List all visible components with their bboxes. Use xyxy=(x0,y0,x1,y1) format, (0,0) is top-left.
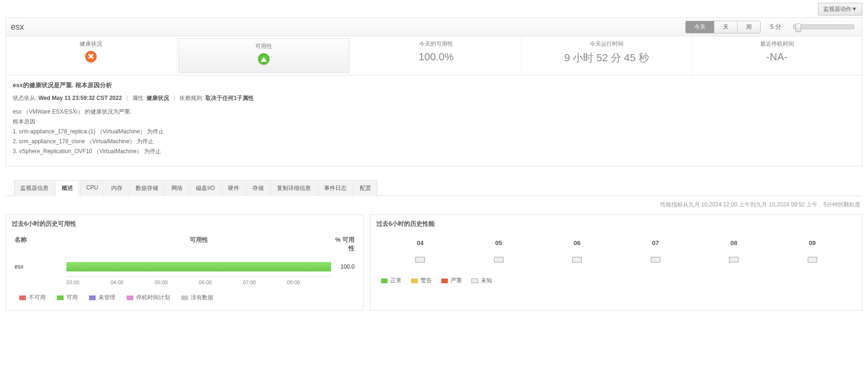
tab-CPU[interactable]: CPU xyxy=(80,180,104,196)
tab-存储[interactable]: 存储 xyxy=(246,180,270,196)
info-label: 可用性 xyxy=(181,42,347,50)
rca-item: 1. srm-appliance_178_replica (1) （Virtua… xyxy=(13,128,855,136)
legend-label: 未管理 xyxy=(98,294,115,302)
rca-summary: esx （VMWare ESX/ESXi） 的健康状况为严重. xyxy=(13,108,855,116)
legend-item: 严重 xyxy=(441,277,462,285)
zoom-slider[interactable] xyxy=(793,25,854,29)
availability-bar xyxy=(66,262,331,271)
legend-item: 没有数据 xyxy=(181,294,213,302)
rca-item: 2. srm_appliance_178_clone （VirtualMachi… xyxy=(13,138,855,146)
legend-item: 停机时间计划 xyxy=(127,294,170,302)
row-percent: 100.0 xyxy=(331,263,355,270)
info-cell-1: 可用性 xyxy=(178,38,349,73)
rca-item: 3. vSphere_Replication_OVF10 （VirtualMac… xyxy=(13,148,855,156)
rca-attr-value: 健康状况 xyxy=(146,95,169,101)
availability-legend: 不可用可用未管理停机时间计划没有数据 xyxy=(15,294,355,302)
availability-history-panel: 过去6小时的历史可用性 名称 可用性 % 可用性 esx 100.0 03:00… xyxy=(6,214,364,311)
info-label: 健康状况 xyxy=(8,40,174,48)
time-tab-天[interactable]: 天 xyxy=(714,21,738,33)
rca-attr-label: 属性: xyxy=(132,95,145,101)
row-name: esx xyxy=(15,263,66,270)
info-label: 最近停机时间 xyxy=(694,40,860,48)
rca-rule-label: 依赖规则: xyxy=(179,95,203,101)
granularity-label: 5 分 xyxy=(770,23,781,31)
performance-panel-title: 过去6小时的历史性能 xyxy=(371,215,862,233)
legend-label: 警告 xyxy=(421,277,432,285)
info-label: 今天的可用性 xyxy=(353,40,519,48)
legend-label: 不可用 xyxy=(29,294,46,302)
rca-rule-value: 取决于任何1子属性 xyxy=(205,95,254,101)
perf-hour: 09 xyxy=(809,239,816,246)
rca-status-value: Wed May 11 23:59:32 CST 2022 xyxy=(39,95,122,101)
legend-item: 警告 xyxy=(411,277,432,285)
legend-label: 没有数据 xyxy=(191,294,213,302)
time-tab-周[interactable]: 周 xyxy=(738,21,760,33)
legend-label: 未知 xyxy=(481,277,492,285)
legend-item: 未管理 xyxy=(89,294,115,302)
legend-swatch xyxy=(381,279,388,283)
monitor-actions-button[interactable]: 监视器动作▼ xyxy=(818,3,862,16)
info-label: 今天运行时间 xyxy=(523,40,690,48)
rca-root-label: 根本原因 xyxy=(13,118,855,126)
tick: 03:00 xyxy=(66,279,111,285)
info-cell-4: 最近停机时间-NA- xyxy=(692,36,862,75)
perf-cell xyxy=(494,257,503,262)
info-value: -NA- xyxy=(694,51,860,63)
tab-磁盘I/O[interactable]: 磁盘I/O xyxy=(190,180,221,196)
perf-cell xyxy=(415,257,425,262)
separator: | xyxy=(126,95,128,101)
info-cell-0: 健康状况 xyxy=(6,36,177,75)
info-cell-3: 今天运行时间9 小时 52 分 45 秒 xyxy=(521,36,692,75)
tab-硬件[interactable]: 硬件 xyxy=(222,180,245,196)
info-value: 100.0% xyxy=(353,51,519,63)
performance-hours: 040506070809 xyxy=(381,239,852,246)
legend-swatch xyxy=(181,295,188,300)
tick: 04:00 xyxy=(111,279,155,285)
tab-概述[interactable]: 概述 xyxy=(56,180,79,196)
detail-tabs: 监视器信息概述CPU内存数据存储网络磁盘I/O硬件存储复制详细信息事件日志配置 xyxy=(6,180,862,196)
col-availability: 可用性 xyxy=(66,236,331,253)
legend-swatch xyxy=(411,279,418,283)
legend-label: 停机时间计划 xyxy=(136,294,170,302)
tab-数据存储[interactable]: 数据存储 xyxy=(130,180,164,196)
legend-swatch xyxy=(57,295,64,300)
separator: | xyxy=(174,95,175,101)
rca-title: esx的健康状况是严重. 根本原因分析 xyxy=(13,81,855,90)
perf-cell xyxy=(572,257,582,262)
info-cell-2: 今天的可用性100.0% xyxy=(351,36,522,75)
perf-hour: 06 xyxy=(574,239,580,246)
root-cause-panel: esx的健康状况是严重. 根本原因分析 状态依从: Wed May 11 23:… xyxy=(6,75,862,166)
legend-label: 严重 xyxy=(451,277,462,285)
perf-hour: 04 xyxy=(417,239,423,246)
col-percent: % 可用性 xyxy=(331,236,355,253)
performance-legend: 正常警告严重未知 xyxy=(381,277,852,285)
page-header: esx 今天天周 5 分 xyxy=(6,17,862,36)
tick: 08:00 xyxy=(287,279,331,285)
tab-监视器信息[interactable]: 监视器信息 xyxy=(14,180,55,196)
col-name: 名称 xyxy=(15,236,66,253)
legend-swatch xyxy=(441,279,448,283)
availability-panel-title: 过去6小时的历史可用性 xyxy=(6,215,363,233)
perf-cell xyxy=(808,257,817,262)
legend-swatch xyxy=(127,295,133,300)
summary-row: 健康状况可用性今天的可用性100.0%今天运行时间9 小时 52 分 45 秒最… xyxy=(6,36,862,75)
perf-hour: 05 xyxy=(495,239,502,246)
tab-内存[interactable]: 内存 xyxy=(105,180,129,196)
tab-配置[interactable]: 配置 xyxy=(354,180,377,196)
info-value: 9 小时 52 分 45 秒 xyxy=(523,51,690,65)
legend-label: 可用 xyxy=(66,294,78,302)
legend-swatch xyxy=(89,295,96,300)
perf-cell xyxy=(651,257,660,262)
legend-item: 正常 xyxy=(381,277,402,285)
performance-cells xyxy=(381,257,852,262)
tab-复制详细信息[interactable]: 复制详细信息 xyxy=(271,180,317,196)
tick: 05:00 xyxy=(154,279,199,285)
performance-history-panel: 过去6小时的历史性能 040506070809 正常警告严重未知 xyxy=(370,214,862,311)
tab-网络[interactable]: 网络 xyxy=(165,180,189,196)
tab-事件日志[interactable]: 事件日志 xyxy=(318,180,353,196)
legend-item: 不可用 xyxy=(19,294,46,302)
legend-swatch xyxy=(19,295,26,300)
time-tab-今天[interactable]: 今天 xyxy=(686,21,714,33)
legend-item: 可用 xyxy=(57,294,78,302)
tick: 06:00 xyxy=(199,279,243,285)
